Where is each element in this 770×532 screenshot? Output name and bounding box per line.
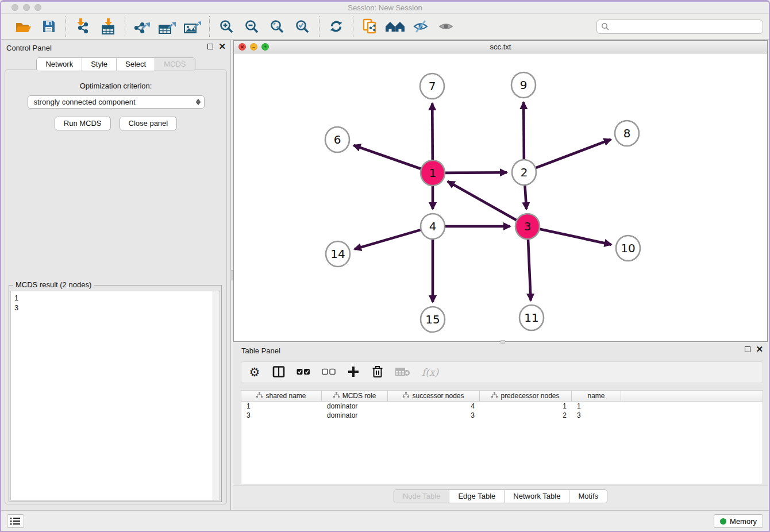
- float-panel-icon[interactable]: [207, 44, 213, 49]
- table-cell[interactable]: dominator: [322, 402, 388, 411]
- table-tab-motifs[interactable]: Motifs: [569, 490, 607, 503]
- network-canvas[interactable]: 7968124314101511: [234, 53, 767, 341]
- graph-edge-2-3[interactable]: [525, 185, 526, 209]
- graph-edge-1-7[interactable]: [432, 103, 433, 160]
- graph-node-15[interactable]: 15: [421, 307, 445, 332]
- tab-network[interactable]: Network: [37, 58, 82, 71]
- toolbar-groups: [7, 16, 463, 37]
- import-network-button[interactable]: [74, 18, 91, 35]
- criterion-select[interactable]: strongly connected component: [28, 95, 205, 109]
- export-image-icon: [184, 18, 201, 34]
- table-cell[interactable]: dominator: [322, 411, 388, 420]
- tab-select[interactable]: Select: [117, 58, 155, 71]
- table-cell[interactable]: 3: [388, 411, 480, 420]
- tab-mcds[interactable]: MCDS: [155, 58, 194, 71]
- graph-node-14[interactable]: 14: [326, 241, 350, 267]
- column-header-MCDS-role[interactable]: MCDS role: [322, 391, 388, 401]
- graph-edge-4-14[interactable]: [355, 230, 421, 249]
- graph-node-8[interactable]: 8: [615, 121, 639, 146]
- zoom-out-button[interactable]: [243, 18, 260, 35]
- graph-node-11[interactable]: 11: [519, 305, 544, 330]
- close-panel-icon[interactable]: ✕: [218, 44, 226, 49]
- graph-node-label: 3: [524, 219, 532, 233]
- zoom-selected-button[interactable]: [294, 18, 311, 35]
- mcds-result-area[interactable]: 1 3: [10, 291, 220, 500]
- result-scrollbar[interactable]: [213, 291, 220, 500]
- graph-node-label: 4: [429, 219, 437, 233]
- zoom-fit-button[interactable]: [268, 18, 286, 35]
- hide-selected-button[interactable]: [412, 18, 429, 35]
- function-builder-icon: f(x): [422, 367, 438, 378]
- memory-button[interactable]: Memory: [714, 514, 763, 528]
- settings-button[interactable]: ⚙: [248, 365, 261, 380]
- run-mcds-button[interactable]: Run MCDS: [55, 117, 111, 130]
- graph-edge-3-11[interactable]: [528, 239, 531, 300]
- refresh-button[interactable]: [328, 18, 345, 35]
- toolbar-group: [125, 16, 209, 37]
- graph-edge-2-9[interactable]: [523, 102, 524, 160]
- table-cell[interactable]: 1: [480, 402, 572, 411]
- add-column-button[interactable]: [347, 365, 360, 380]
- graph-node-3[interactable]: 3: [515, 214, 540, 239]
- deselect-checks-button[interactable]: [322, 365, 336, 380]
- save-button[interactable]: [40, 18, 57, 35]
- delete-column-button[interactable]: [371, 365, 384, 380]
- graph-edge-3-10[interactable]: [540, 229, 611, 245]
- tab-style[interactable]: Style: [82, 58, 117, 71]
- export-table-button[interactable]: [159, 18, 176, 35]
- column-header-name[interactable]: name: [572, 391, 621, 401]
- export-image-button[interactable]: [184, 18, 201, 35]
- graph-node-10[interactable]: 10: [616, 236, 640, 261]
- column-sort-icon: [403, 392, 409, 400]
- duplicate-network-button[interactable]: [361, 18, 379, 35]
- search-input[interactable]: [609, 22, 759, 31]
- toolbar-group: [66, 16, 125, 37]
- table-close-panel-icon[interactable]: ✕: [756, 346, 763, 352]
- import-table-button[interactable]: [99, 18, 117, 35]
- table-cell[interactable]: 3: [241, 411, 322, 420]
- vertical-splitter-handle[interactable]: [230, 270, 233, 280]
- show-all-button[interactable]: [437, 18, 455, 35]
- column-header-successor-nodes[interactable]: successor nodes: [388, 391, 480, 401]
- graph-edge-1-6[interactable]: [353, 145, 421, 169]
- table-tab-node-table[interactable]: Node Table: [394, 490, 450, 503]
- duplicate-network-icon: [362, 18, 378, 34]
- network-graph[interactable]: 7968124314101511: [234, 53, 767, 341]
- graph-node-7[interactable]: 7: [420, 74, 444, 99]
- table-tab-edge-table[interactable]: Edge Table: [449, 490, 505, 503]
- table-cell[interactable]: 2: [480, 411, 572, 420]
- table-row[interactable]: 1dominator411: [241, 402, 763, 411]
- table-cell[interactable]: 3: [572, 411, 621, 420]
- table-cell[interactable]: 1: [572, 402, 621, 411]
- search-box[interactable]: [596, 20, 763, 34]
- graph-edge-3-1[interactable]: [448, 182, 517, 220]
- close-panel-button[interactable]: Close panel: [120, 117, 178, 130]
- graph-edge-2-8[interactable]: [536, 140, 611, 168]
- graph-node-1[interactable]: 1: [421, 160, 445, 186]
- column-header-shared-name[interactable]: shared name: [241, 391, 322, 401]
- export-network-button[interactable]: [133, 18, 151, 35]
- graph-node-9[interactable]: 9: [511, 72, 536, 98]
- graph-node-label: 7: [429, 79, 436, 93]
- table-cell[interactable]: 4: [388, 402, 480, 411]
- delete-table-icon: [395, 367, 410, 378]
- graph-edge-1-2[interactable]: [445, 172, 507, 173]
- open-button[interactable]: [15, 18, 32, 35]
- first-neighbors-button[interactable]: [387, 18, 404, 35]
- export-network-icon: [134, 18, 150, 34]
- split-columns-button[interactable]: [272, 365, 285, 380]
- graph-node-4[interactable]: 4: [421, 214, 445, 239]
- graph-node-6[interactable]: 6: [325, 127, 349, 152]
- table-tab-network-table[interactable]: Network Table: [505, 490, 569, 503]
- horizontal-splitter-handle[interactable]: [500, 340, 505, 344]
- zoom-in-button[interactable]: [218, 18, 235, 35]
- table-row[interactable]: 3dominator323: [241, 411, 763, 420]
- table-float-panel-icon[interactable]: [745, 346, 750, 352]
- column-header-predecessor-nodes[interactable]: predecessor nodes: [480, 391, 572, 401]
- show-panels-menu-button[interactable]: [7, 514, 24, 528]
- graph-node-2[interactable]: 2: [512, 160, 536, 185]
- select-all-checks-button[interactable]: [297, 365, 310, 380]
- mcds-result-text: 1 3: [11, 291, 220, 314]
- table-cell[interactable]: 1: [241, 402, 322, 411]
- graph-node-label: 9: [520, 78, 528, 92]
